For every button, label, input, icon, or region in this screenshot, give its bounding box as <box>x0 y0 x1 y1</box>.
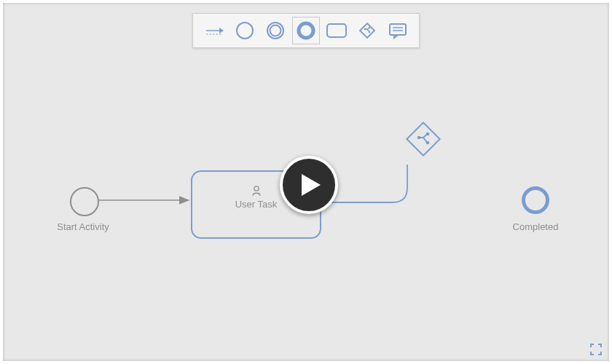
rounded-rect-icon <box>326 23 348 39</box>
gateway-node[interactable] <box>402 118 444 160</box>
play-icon <box>302 174 321 196</box>
start-event-node[interactable] <box>70 187 99 216</box>
svg-marker-21 <box>302 174 321 196</box>
fullscreen-button[interactable] <box>590 344 602 355</box>
svg-rect-8 <box>360 23 374 38</box>
thick-circle-icon <box>296 20 316 41</box>
arrow-icon <box>205 25 224 36</box>
shape-palette <box>192 13 420 48</box>
user-icon <box>251 185 262 199</box>
svg-marker-1 <box>219 28 224 33</box>
svg-rect-7 <box>327 24 346 37</box>
palette-end-event[interactable] <box>292 17 320 44</box>
palette-annotation[interactable] <box>384 17 412 44</box>
diamond-icon <box>357 20 377 41</box>
double-circle-icon <box>265 20 286 41</box>
play-button[interactable] <box>280 156 338 214</box>
circle-icon <box>235 20 255 41</box>
palette-intermediate-event[interactable] <box>262 17 289 44</box>
diagram-canvas[interactable]: Start Activity User Task Completed <box>3 3 609 361</box>
expand-icon <box>590 344 602 355</box>
svg-rect-12 <box>390 24 406 35</box>
comment-icon <box>388 22 408 39</box>
svg-point-6 <box>299 23 313 38</box>
user-task-label: User Task <box>235 199 278 210</box>
svg-point-16 <box>254 186 258 191</box>
start-event-label: Start Activity <box>54 221 112 232</box>
palette-start-event[interactable] <box>231 17 259 44</box>
end-event-label: Completed <box>510 221 561 232</box>
end-event-node[interactable] <box>522 186 549 214</box>
palette-gateway[interactable] <box>353 17 381 44</box>
palette-sequence-flow[interactable] <box>200 17 228 44</box>
svg-point-3 <box>237 23 253 39</box>
svg-point-5 <box>270 25 281 36</box>
svg-rect-17 <box>407 122 439 155</box>
palette-task[interactable] <box>323 17 350 44</box>
